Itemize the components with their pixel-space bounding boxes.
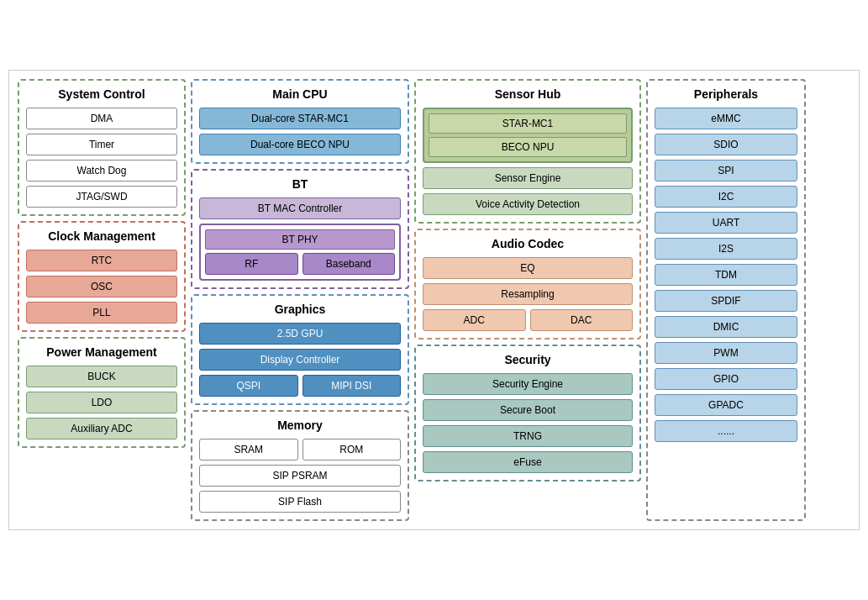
graphics-title: Graphics — [199, 303, 401, 316]
section-clock-management: Clock Management RTC OSC PLL — [18, 221, 186, 332]
box-ldo: LDO — [26, 392, 177, 413]
bt-phy-container: BT PHY RF Baseband — [199, 224, 401, 281]
box-gpadc: GPADC — [655, 394, 797, 416]
box-mipi: MIPI DSI — [302, 375, 402, 397]
main-cpu-title: Main CPU — [199, 87, 401, 101]
clock-management-title: Clock Management — [26, 229, 177, 243]
section-power-management: Power Management BUCK LDO Auxiliary ADC — [18, 337, 186, 448]
box-efuse: eFuse — [423, 451, 633, 473]
box-sensor-engine: Sensor Engine — [423, 167, 633, 189]
peripherals-title: Peripherals — [655, 87, 797, 101]
box-buck: BUCK — [26, 366, 177, 387]
box-sip-flash: SIP Flash — [199, 491, 401, 513]
box-emmc: eMMC — [655, 108, 797, 129]
section-sensor-hub: Sensor Hub STAR-MC1 BECO NPU Sensor Engi… — [414, 79, 641, 224]
system-control-title: System Control — [26, 87, 177, 101]
box-beco-npu: BECO NPU — [429, 137, 627, 157]
col-right: Peripherals eMMC SDIO SPI I2C UART I2S T… — [646, 79, 806, 521]
box-jtag: JTAG/SWD — [26, 186, 177, 208]
section-bt: BT BT MAC Controller BT PHY RF Baseband — [191, 169, 409, 289]
box-secure-boot: Secure Boot — [423, 399, 633, 421]
box-spi: SPI — [655, 160, 797, 182]
box-voice-activity: Voice Activity Detection — [423, 193, 633, 215]
power-management-title: Power Management — [26, 345, 177, 359]
box-trng: TRNG — [423, 425, 633, 447]
box-sip-psram: SIP PSRAM — [199, 465, 401, 487]
bt-phy-label: BT PHY — [205, 229, 395, 250]
audio-adc-dac-row: ADC DAC — [423, 309, 633, 331]
box-resampling: Resampling — [423, 283, 633, 305]
box-pwm: PWM — [655, 342, 797, 364]
col-left: System Control DMA Timer Watch Dog JTAG/… — [18, 79, 186, 521]
box-spdif: SPDIF — [655, 290, 797, 312]
box-pll: PLL — [26, 302, 177, 324]
box-gpu: 2.5D GPU — [199, 323, 401, 345]
box-display-controller: Display Controller — [199, 349, 401, 371]
box-baseband: Baseband — [302, 253, 396, 275]
col-mid1: Main CPU Dual-core STAR-MC1 Dual-core BE… — [191, 79, 409, 521]
box-adc: ADC — [423, 309, 526, 331]
box-qspi: QSPI — [199, 375, 298, 397]
box-aux-adc: Auxiliary ADC — [26, 418, 177, 439]
main-grid: System Control DMA Timer Watch Dog JTAG/… — [18, 79, 850, 521]
box-security-engine: Security Engine — [423, 373, 633, 395]
box-ellipsis: ...... — [655, 420, 797, 442]
memory-row1: SRAM ROM — [199, 439, 401, 461]
diagram-container: System Control DMA Timer Watch Dog JTAG/… — [8, 70, 860, 530]
box-bt-mac: BT MAC Controller — [199, 197, 401, 219]
box-dmic: DMIC — [655, 316, 797, 338]
box-tdm: TDM — [655, 264, 797, 286]
box-dma: DMA — [26, 108, 177, 129]
box-i2s: I2S — [655, 238, 797, 260]
bt-title: BT — [199, 177, 401, 191]
sensor-hub-cpu-container: STAR-MC1 BECO NPU — [423, 108, 633, 163]
section-main-cpu: Main CPU Dual-core STAR-MC1 Dual-core BE… — [191, 79, 409, 164]
box-sram: SRAM — [199, 439, 298, 461]
box-dual-core-star: Dual-core STAR-MC1 — [199, 108, 401, 129]
section-graphics: Graphics 2.5D GPU Display Controller QSP… — [191, 294, 409, 405]
bt-phy-row: RF Baseband — [205, 253, 395, 275]
box-i2c: I2C — [655, 186, 797, 208]
box-sdio: SDIO — [655, 134, 797, 155]
section-system-control: System Control DMA Timer Watch Dog JTAG/… — [18, 79, 186, 216]
sensor-hub-title: Sensor Hub — [423, 87, 633, 101]
col-mid2: Sensor Hub STAR-MC1 BECO NPU Sensor Engi… — [414, 79, 641, 521]
box-dual-core-beco: Dual-core BECO NPU — [199, 134, 401, 155]
section-security: Security Security Engine Secure Boot TRN… — [414, 345, 641, 482]
security-title: Security — [423, 353, 633, 366]
memory-sip-psram-wrapper: SIP PSRAM SIP Flash — [199, 465, 401, 513]
section-memory: Memory SRAM ROM SIP PSRAM SIP Flash — [191, 410, 409, 521]
box-dac: DAC — [530, 309, 634, 331]
box-uart: UART — [655, 212, 797, 234]
box-rtc: RTC — [26, 250, 177, 271]
box-eq: EQ — [423, 257, 633, 279]
box-rom: ROM — [302, 439, 402, 461]
audio-codec-title: Audio Codec — [423, 237, 633, 250]
graphics-row: QSPI MIPI DSI — [199, 375, 401, 397]
box-star-mc1: STAR-MC1 — [429, 113, 627, 134]
box-rf: RF — [205, 253, 298, 275]
box-watchdog: Watch Dog — [26, 160, 177, 182]
section-peripherals: Peripherals eMMC SDIO SPI I2C UART I2S T… — [646, 79, 806, 521]
box-timer: Timer — [26, 134, 177, 155]
memory-title: Memory — [199, 418, 401, 432]
section-audio-codec: Audio Codec EQ Resampling ADC DAC — [414, 229, 641, 339]
box-osc: OSC — [26, 276, 177, 297]
box-gpio: GPIO — [655, 368, 797, 390]
